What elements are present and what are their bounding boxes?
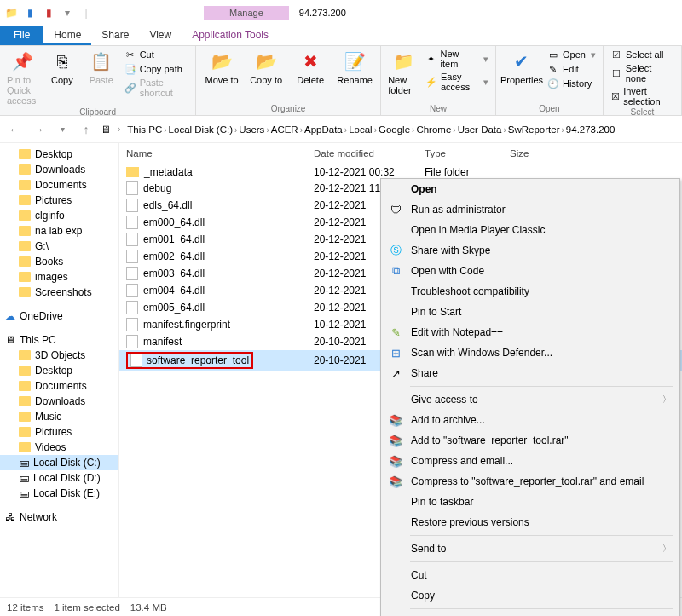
- col-type[interactable]: Type: [418, 143, 503, 164]
- easy-access-button[interactable]: ⚡Easy access▾: [424, 71, 490, 93]
- nav-recent-button[interactable]: ▾: [53, 124, 72, 134]
- column-headers[interactable]: Name Date modified Type Size: [119, 143, 682, 164]
- chevron-right-icon: 〉: [662, 394, 671, 406]
- breadcrumb-part[interactable]: Users: [239, 124, 264, 135]
- qat-item[interactable]: ▮: [22, 5, 38, 20]
- nav-item[interactable]: Videos: [0, 440, 118, 455]
- nav-item[interactable]: G:\: [0, 239, 118, 254]
- select-none-button[interactable]: ☐Select none: [609, 62, 676, 84]
- col-name[interactable]: Name: [119, 143, 307, 164]
- ctx-troubleshoot[interactable]: Troubleshoot compatibility: [381, 281, 679, 302]
- ctx-giveaccess[interactable]: Give access to〉: [381, 389, 679, 410]
- col-date[interactable]: Date modified: [307, 143, 418, 164]
- ctx-pinstart[interactable]: Pin to Start: [381, 302, 679, 322]
- properties-button[interactable]: ✔Properties: [501, 48, 542, 87]
- ctx-share[interactable]: ↗Share: [381, 363, 679, 383]
- nav-onedrive[interactable]: ☁OneDrive: [0, 308, 118, 324]
- navigation-pane[interactable]: DesktopDownloadsDocumentsPicturesclginfo…: [0, 143, 119, 603]
- nav-item[interactable]: Documents: [0, 378, 118, 394]
- nav-item[interactable]: Screenshots: [0, 285, 118, 300]
- col-size[interactable]: Size: [503, 143, 682, 164]
- copy-path-button[interactable]: 📑Copy path: [123, 62, 190, 76]
- folder-icon: [126, 167, 139, 177]
- breadcrumb-part[interactable]: Local: [349, 124, 373, 135]
- breadcrumb[interactable]: This PC›Local Disk (C:)›Users›ACER›AppDa…: [127, 124, 615, 135]
- tab-application-tools[interactable]: Application Tools: [182, 26, 279, 45]
- breadcrumb-part[interactable]: SwReporter: [508, 124, 560, 135]
- history-button[interactable]: 🕘History: [546, 77, 598, 90]
- invert-selection-button[interactable]: ☒Invert selection: [609, 85, 676, 107]
- ctx-runas[interactable]: 🛡Run as administrator: [381, 199, 679, 220]
- ctx-addarchive[interactable]: 📚Add to archive...: [381, 410, 679, 430]
- rename-button[interactable]: 📝Rename: [334, 48, 375, 87]
- ctx-mpc[interactable]: Open in Media Player Classic: [381, 220, 679, 240]
- breadcrumb-part[interactable]: This PC: [127, 124, 162, 135]
- tab-view[interactable]: View: [139, 26, 182, 45]
- nav-forward-button[interactable]: →: [29, 123, 48, 136]
- folder-icon: [19, 366, 31, 376]
- new-folder-button[interactable]: 📁New folder: [386, 48, 420, 97]
- paste-shortcut-button[interactable]: 🔗Paste shortcut: [123, 77, 190, 99]
- nav-up-button[interactable]: ↑: [77, 123, 95, 136]
- nav-item[interactable]: Pictures: [0, 193, 118, 208]
- ctx-compressrar[interactable]: 📚Compress to "software_reporter_tool.rar…: [381, 471, 679, 492]
- nav-item[interactable]: 3D Objects: [0, 348, 118, 363]
- tab-file[interactable]: File: [0, 26, 43, 45]
- breadcrumb-part[interactable]: Google: [379, 124, 410, 135]
- new-item-button[interactable]: ✦New item▾: [424, 48, 490, 70]
- ctx-open[interactable]: Open: [381, 179, 679, 199]
- nav-item[interactable]: Downloads: [0, 162, 118, 177]
- breadcrumb-part[interactable]: ACER: [271, 124, 298, 135]
- nav-network[interactable]: 🖧Network: [0, 509, 118, 525]
- nav-back-button[interactable]: ←: [5, 123, 24, 136]
- cut-button[interactable]: ✂Cut: [123, 48, 190, 61]
- ctx-defender[interactable]: ⊞Scan with Windows Defender...: [381, 343, 679, 363]
- tab-home[interactable]: Home: [43, 26, 91, 45]
- nav-item[interactable]: Pictures: [0, 424, 118, 440]
- nav-item[interactable]: 🖴Local Disk (D:): [0, 470, 118, 486]
- open-button[interactable]: ▭Open▾: [546, 48, 598, 61]
- nav-thispc[interactable]: 🖥This PC: [0, 332, 118, 348]
- move-to-button[interactable]: 📂Move to: [201, 48, 242, 87]
- ctx-createshortcut[interactable]: Create shortcut: [381, 612, 679, 616]
- nav-item[interactable]: 🖴Local Disk (C:): [0, 455, 118, 470]
- ctx-pintaskbar[interactable]: Pin to taskbar: [381, 492, 679, 512]
- breadcrumb-part[interactable]: AppData: [304, 124, 343, 135]
- ctx-copy[interactable]: Copy: [381, 585, 679, 606]
- ctx-sendto[interactable]: Send to〉: [381, 538, 679, 559]
- select-all-button[interactable]: ☑Select all: [609, 48, 676, 61]
- ctx-cut[interactable]: Cut: [381, 565, 679, 585]
- paste-button[interactable]: 📋Paste: [84, 48, 119, 87]
- delete-button[interactable]: ✖Delete: [290, 48, 331, 87]
- pin-quick-access-button[interactable]: 📌Pin to Quick access: [5, 48, 41, 107]
- ctx-code[interactable]: ⧉Open with Code: [381, 261, 679, 281]
- cloud-icon: ☁: [5, 310, 15, 322]
- nav-item[interactable]: Desktop: [0, 147, 118, 162]
- breadcrumb-part[interactable]: User Data: [458, 124, 502, 135]
- nav-item[interactable]: clginfo: [0, 208, 118, 223]
- breadcrumb-part[interactable]: 94.273.200: [566, 124, 616, 135]
- nav-item[interactable]: Desktop: [0, 363, 118, 378]
- context-menu[interactable]: Open 🛡Run as administrator Open in Media…: [380, 178, 680, 616]
- ctx-addrar[interactable]: 📚Add to "software_reporter_tool.rar": [381, 430, 679, 451]
- nav-item[interactable]: na lab exp: [0, 223, 118, 239]
- breadcrumb-part[interactable]: Local Disk (C:): [169, 124, 233, 135]
- qat-item[interactable]: ▮: [41, 5, 56, 20]
- copy-to-button[interactable]: 📂Copy to: [246, 48, 286, 87]
- ctx-notepadpp[interactable]: ✎Edit with Notepad++: [381, 322, 679, 343]
- nav-item[interactable]: Music: [0, 409, 118, 424]
- ctx-restore[interactable]: Restore previous versions: [381, 512, 679, 533]
- folder-icon: [19, 164, 31, 175]
- nav-item[interactable]: Documents: [0, 177, 118, 193]
- ctx-skype[interactable]: ⓈShare with Skype: [381, 240, 679, 261]
- qat-overflow[interactable]: ▾: [60, 5, 75, 20]
- ctx-compressemail[interactable]: 📚Compress and email...: [381, 451, 679, 471]
- nav-item[interactable]: Downloads: [0, 394, 118, 409]
- nav-item[interactable]: Books: [0, 254, 118, 269]
- breadcrumb-part[interactable]: Chrome: [416, 124, 451, 135]
- nav-item[interactable]: 🖴Local Disk (E:): [0, 486, 118, 501]
- nav-item[interactable]: images: [0, 269, 118, 285]
- tab-share[interactable]: Share: [91, 26, 139, 45]
- copy-button[interactable]: ⎘Copy: [44, 48, 80, 87]
- edit-button[interactable]: ✎Edit: [546, 62, 598, 76]
